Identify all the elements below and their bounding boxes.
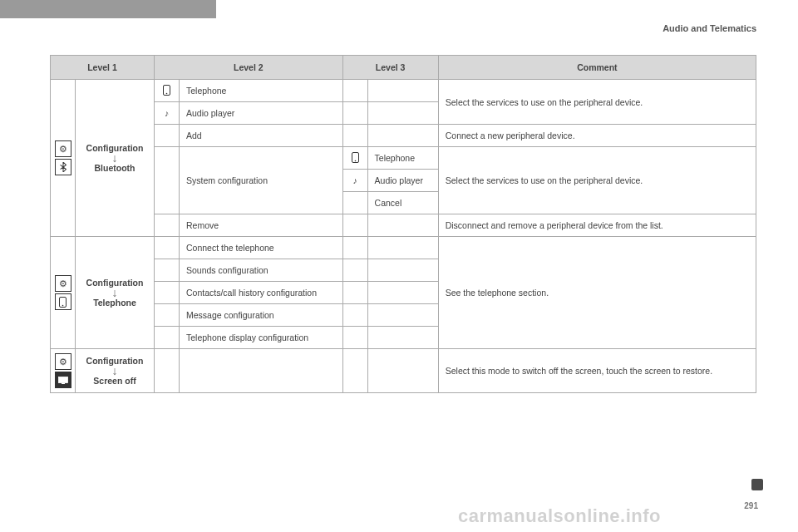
menu-structure-table: Level 1 Level 2 Level 3 Comment ⚙ Config… <box>50 55 756 393</box>
table-row: Remove Disconnect and remove a periphera… <box>51 214 756 237</box>
level1-bluetooth-label: Bluetooth <box>95 163 135 173</box>
level2-message-config: Message configuration <box>180 304 343 327</box>
svg-rect-6 <box>58 377 67 382</box>
level2-tel-display-config: Telephone display configuration <box>180 327 343 349</box>
level2-remove: Remove <box>180 214 343 237</box>
page-number: 291 <box>744 501 758 510</box>
svg-point-3 <box>354 160 356 161</box>
phone-icon <box>55 293 71 310</box>
level1-telephone-label: Telephone <box>93 298 136 308</box>
level3-audio-player: Audio player <box>367 170 438 192</box>
comment-select-services-2: Select the services to use on the periph… <box>438 147 756 214</box>
level2-icon-cell: ♪ <box>155 102 180 125</box>
music-note-icon: ♪ <box>352 175 357 185</box>
down-arrow-icon: ↓ <box>112 155 118 161</box>
phone-icon <box>352 155 359 165</box>
comment-disconnect-remove: Disconnect and remove a peripheral devic… <box>438 214 756 237</box>
table-header-row: Level 1 Level 2 Level 3 Comment <box>51 56 756 80</box>
svg-point-5 <box>62 304 64 306</box>
level1-screenoff-label: Screen off <box>93 376 135 386</box>
level3-telephone: Telephone <box>367 147 438 170</box>
down-arrow-icon: ↓ <box>112 289 118 296</box>
watermark: carmanualsonline.info <box>458 505 661 527</box>
comment-select-services: Select the services to use on the periph… <box>438 80 756 125</box>
svg-rect-7 <box>62 383 65 384</box>
col-level3: Level 3 <box>342 56 438 80</box>
table-row: ⚙ Configuration ↓ Screen off Select this… <box>51 349 756 393</box>
level1-label-cell: Configuration ↓ Screen off <box>76 349 155 393</box>
page-marker-dot <box>751 479 763 490</box>
level1-label-cell: Configuration ↓ Bluetooth <box>76 80 155 237</box>
col-level2: Level 2 <box>155 56 343 80</box>
comment-screen-off: Select this mode to switch off the scree… <box>438 349 756 393</box>
bluetooth-icon <box>55 159 71 175</box>
music-note-icon: ♪ <box>165 108 169 118</box>
table-row: ⚙ Configuration ↓ Telephone Connect the … <box>51 237 756 259</box>
level3-icon-cell: ♪ <box>342 170 367 192</box>
level1-icon-cell: ⚙ <box>51 349 76 393</box>
level1-icon-cell: ⚙ <box>51 80 76 237</box>
level2-system-config: System configuration <box>180 147 343 214</box>
gears-icon: ⚙ <box>55 275 71 292</box>
col-level1: Level 1 <box>51 56 155 80</box>
bluetooth-svg <box>59 162 67 172</box>
col-comment: Comment <box>438 56 756 80</box>
section-header: Audio and Telematics <box>663 23 756 33</box>
gears-icon: ⚙ <box>55 353 71 370</box>
top-decorative-strip <box>0 0 216 18</box>
level3-icon-cell <box>342 147 367 170</box>
level2-telephone: Telephone <box>180 80 343 102</box>
gears-icon: ⚙ <box>55 140 71 157</box>
level2-icon-cell <box>155 80 180 102</box>
level1-label-cell: Configuration ↓ Telephone <box>76 237 155 349</box>
level3-cancel: Cancel <box>367 192 438 214</box>
level2-contacts-config: Contacts/call history configuration <box>180 282 343 304</box>
phone-icon <box>163 87 170 97</box>
level2-audio-player: Audio player <box>180 102 343 125</box>
screen-icon <box>55 372 71 388</box>
level2-connect-telephone: Connect the telephone <box>180 237 343 259</box>
down-arrow-icon: ↓ <box>112 367 118 374</box>
level2-add: Add <box>180 125 343 147</box>
level2-sounds-config: Sounds configuration <box>180 259 343 282</box>
svg-point-1 <box>166 92 168 94</box>
comment-see-telephone: See the telephone section. <box>438 237 756 349</box>
level1-icon-cell: ⚙ <box>51 237 76 349</box>
table-row: ⚙ Configuration ↓ Bluetooth Telephone <box>51 80 756 102</box>
table-row: System configuration Telephone Select th… <box>51 147 756 170</box>
table-row: Add Connect a new peripheral device. <box>51 125 756 147</box>
comment-connect-new: Connect a new peripheral device. <box>438 125 756 147</box>
